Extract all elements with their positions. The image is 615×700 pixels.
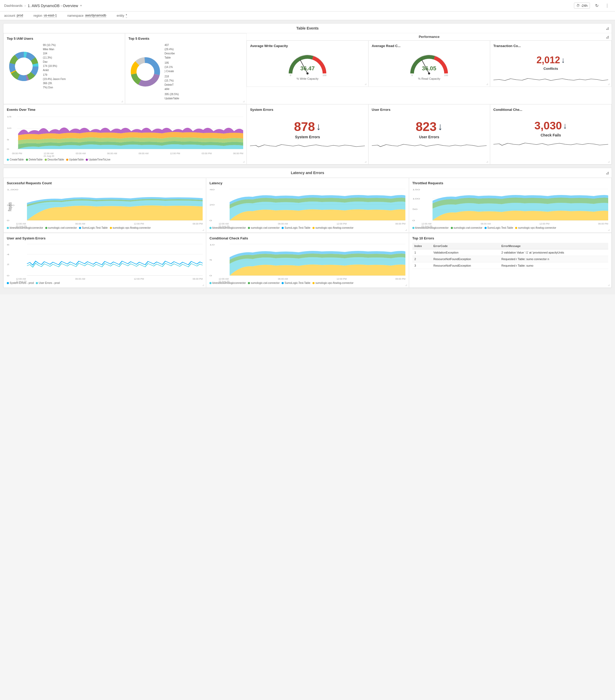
read-gauge-svg: 36.05 0 100 [408,52,450,76]
avg-read-title: Average Read C... [372,44,487,48]
region-label: region [34,14,42,17]
user-system-errors-title: User and System Errors [7,236,202,240]
svg-text:6: 6 [7,243,9,246]
time-range-picker[interactable]: ⏱ -24h [574,3,590,9]
user-sys-corner: ⊿ [202,284,204,287]
events-time-corner: ⊿ [243,160,245,163]
latency-title: Latency [209,181,405,185]
menu-button[interactable]: ⋮ [603,2,611,9]
header-right: ⏱ -24h ↻ ⋮ [574,2,611,9]
system-errors-label: System Errors [252,135,363,139]
collapse-icon[interactable]: ⊿ [606,26,609,31]
successful-chart-svg: 1,000 500 0 Requests [7,188,202,222]
svg-text:10: 10 [7,127,12,129]
table-events-title: Table Events [296,26,319,30]
system-sparkline [250,141,365,149]
svg-text:36.47: 36.47 [300,65,315,72]
events-legend: CreateTable DeleteTable DescribeTable Up… [7,158,243,161]
clock-icon: ⏱ [576,4,580,8]
top5-events-panel: Top 5 Events [125,33,247,104]
user-system-chart-area: 6 4 2 0 [7,243,202,279]
read-corner: ⊿ [486,83,488,86]
cell-index: 2 [413,256,431,262]
transaction-sparkline [493,75,608,83]
cell-index: 3 [413,262,431,269]
user-system-chart-svg: 6 4 2 0 [7,243,202,277]
throttled-panel: Throttled Requests 150 100 50 0 [409,178,612,233]
cell-errorcode: ResourceNotFoundException [431,256,500,262]
filter-namespace: namespace aws/dynamodb [67,14,106,18]
entity-value[interactable]: * [126,14,127,18]
top5-events-title: Top 5 Events [128,37,243,40]
dashboard-title[interactable]: 1. AWS DynamoDB - Overview [28,4,78,8]
successful-req-title: Successful Requests Count [7,181,202,185]
latency-errors-title: Latency and Errors [291,171,324,175]
cell-errormessage: Requested r Table: sumo connector n [500,256,608,262]
user-err-corner: ⊿ [486,160,488,163]
svg-text:10: 10 [209,243,215,246]
filter-bar: account prod region us-east-1 namespace … [0,12,615,20]
svg-text:15: 15 [7,115,12,118]
transaction-panel: Transaction Co... 2,012 ↓ Conflicts [490,40,612,87]
cell-errorcode: ValidationException [431,249,500,256]
svg-text:0: 0 [7,148,9,150]
refresh-button[interactable]: ↻ [593,2,600,9]
svg-point-18 [428,72,430,75]
account-label: account [4,14,15,17]
svg-text:0: 0 [7,274,9,277]
conditional-fails-panel: Conditional Check Fails 10 5 0 [206,233,409,288]
namespace-label: namespace [67,14,83,17]
throttled-title: Throttled Requests [413,181,608,185]
user-errors-arrow: ↓ [438,121,443,132]
transaction-number-row: 2,012 ↓ [495,55,606,66]
conditional-fails-title: Conditional Check Fails [209,236,405,240]
system-errors-arrow: ↓ [316,121,321,132]
filter-account: account prod [4,14,23,18]
header-left: Dashboards › 1. AWS DynamoDB - Overview … [4,4,82,8]
table-events-section: Table Events ⊿ Top 5 IAM Users [3,23,612,165]
latency-collapse-icon[interactable]: ⊿ [606,171,609,175]
write-gauge: 36.47 0 100 % Write Capacity [250,50,365,82]
namespace-value[interactable]: aws/dynamodb [85,14,107,18]
entity-label: entity [116,14,124,17]
svg-text:1,000: 1,000 [7,188,19,191]
latency-x-labels: 12:00 AM21 Aug 2006:00 AM12:00 PM06:00 P… [209,223,405,228]
transaction-arrow: ↓ [561,56,565,65]
avg-read-panel: Average Read C... 36.05 0 100 [368,40,490,87]
breadcrumb[interactable]: Dashboards [4,4,23,8]
conditional-check-title: Conditional Che... [493,108,608,112]
conditional-check-arrow: ↓ [563,121,567,131]
iam-donut-container: 99 (10.7%) Mike Man 104 (11.3%) Dav 174 … [7,43,122,90]
user-errors-value: 823 [416,120,437,134]
cond-fails-x-labels: 12:00 AM21 Aug 2006:00 AM12:00 PM06:00 P… [209,278,405,283]
cell-index: 1 [413,249,431,256]
breadcrumb-separator: › [25,4,26,8]
iam-legend: 99 (10.7%) Mike Man 104 (11.3%) Dav 174 … [43,43,66,90]
conditional-sparkline [493,139,608,147]
table-events-header: Table Events ⊿ [3,24,612,33]
svg-text:150: 150 [413,188,420,191]
top5-iam-panel: Top 5 IAM Users [3,33,125,104]
second-row-grid: Events Over Time 15 10 5 0 [3,104,612,164]
top10-corner: ⊿ [608,284,610,287]
filter-entity: entity * [116,14,127,18]
events-legend: 407 (29.4%) Describe Table 195 (14.1% ) … [164,43,179,101]
dropdown-icon[interactable]: ▾ [80,4,82,7]
top10-errors-panel: Top 10 Errors Index ErrorCode ErrorMessa… [409,233,612,288]
perf-collapse-icon[interactable]: ⊿ [606,34,609,39]
errors-table-body: 1 ValidationException 2 validation Value… [413,249,608,269]
latency-errors-section: Latency and Errors ⊿ Successful Requests… [3,168,612,288]
col-errormessage: ErrorMessage [500,243,608,249]
successful-chart-area: 1,000 500 0 Requests [7,188,202,224]
iam-corner: ⊿ [121,100,123,103]
cell-errormessage: 2 validation Value '-1' at 'provisioned … [500,249,608,256]
account-value[interactable]: prod [17,14,23,18]
time-range-label: -24h [581,4,588,8]
throttled-corner: ⊿ [608,228,610,231]
performance-header: Performance ⊿ [247,33,612,40]
region-value[interactable]: us-east-1 [44,14,57,18]
svg-text:2: 2 [7,263,9,265]
events-corner: ⊿ [243,100,245,103]
svg-text:0: 0 [209,219,212,222]
conditional-check-value-area: 3,030 ↓ Check Fails [493,114,608,139]
